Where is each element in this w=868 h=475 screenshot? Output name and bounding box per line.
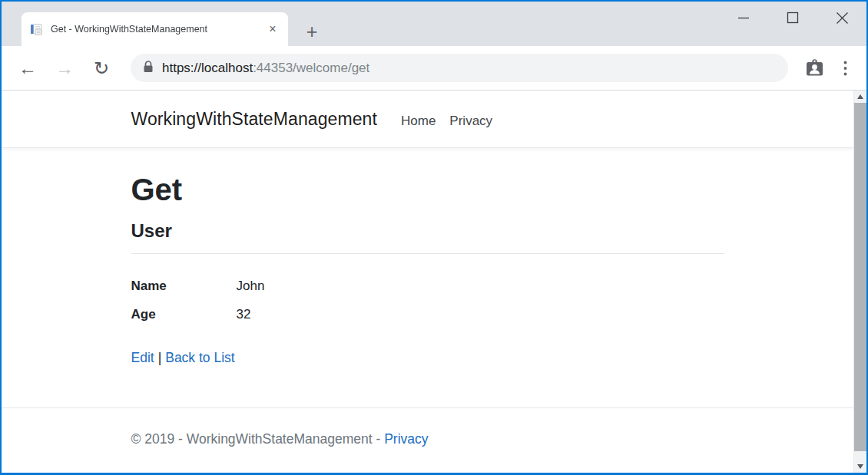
tab-close-icon[interactable]: × — [265, 21, 280, 37]
nav-link-home[interactable]: Home — [394, 114, 442, 129]
main-content: Get User Name John Age 32 Edit|Back to L… — [2, 148, 853, 407]
link-separator: | — [158, 350, 162, 365]
page-title: Get — [131, 171, 724, 208]
close-window-button[interactable] — [817, 2, 866, 34]
close-icon — [836, 12, 849, 25]
footer-privacy-link[interactable]: Privacy — [384, 431, 428, 447]
profile-button[interactable] — [797, 53, 831, 84]
field-value: John — [237, 279, 265, 294]
menu-button[interactable] — [831, 53, 859, 84]
web-page: WorkingWithStateManagement Home Privacy … — [2, 91, 853, 473]
reload-icon[interactable]: ↻ — [87, 54, 116, 83]
tab-title: Get - WorkingWithStateManagement — [51, 24, 265, 35]
maximize-icon — [787, 12, 799, 24]
url-host: https://localhost — [162, 61, 253, 75]
section-title: User — [131, 220, 724, 242]
footer-text: © 2019 - WorkingWithStateManagement - — [131, 431, 381, 447]
back-icon[interactable]: ← — [13, 54, 42, 83]
scrollbar-thumb[interactable] — [854, 103, 866, 451]
url-text: https://localhost:44353/welcome/get — [162, 61, 369, 76]
arrow-down-icon — [857, 464, 863, 469]
back-to-list-link[interactable]: Back to List — [165, 350, 234, 365]
url-path: :44353/welcome/get — [253, 61, 369, 75]
navbar-brand-link[interactable]: WorkingWithStateManagement — [131, 109, 378, 130]
minimize-icon — [737, 12, 750, 24]
scroll-up-button[interactable] — [854, 91, 866, 103]
browser-window: Get - WorkingWithStateManagement × + — [2, 2, 866, 473]
lock-icon[interactable] — [143, 61, 154, 76]
new-tab-button[interactable]: + — [300, 20, 323, 43]
profile-badge-icon — [804, 58, 825, 78]
site-navbar: WorkingWithStateManagement Home Privacy — [2, 91, 853, 148]
field-row-name: Name John — [131, 279, 724, 294]
action-links: Edit|Back to List — [131, 350, 724, 366]
field-label: Name — [131, 279, 237, 294]
edit-link[interactable]: Edit — [131, 350, 154, 365]
divider — [131, 253, 724, 254]
tab-strip: Get - WorkingWithStateManagement × + — [2, 2, 866, 46]
navbar-links: Home Privacy — [394, 114, 499, 129]
field-label: Age — [131, 307, 237, 322]
site-footer: © 2019 - WorkingWithStateManagement - Pr… — [2, 407, 853, 473]
vertical-scrollbar — [853, 91, 866, 473]
forward-icon: → — [50, 54, 79, 83]
scrollbar-track[interactable] — [854, 103, 866, 460]
scroll-down-button[interactable] — [854, 460, 866, 473]
nav-link-privacy[interactable]: Privacy — [442, 114, 499, 129]
minimize-button[interactable] — [719, 2, 768, 34]
field-row-age: Age 32 — [131, 307, 724, 322]
maximize-button[interactable] — [768, 2, 817, 34]
browser-toolbar: ← → ↻ https://localhost:44353/welcome/ge… — [2, 46, 866, 91]
window-controls — [719, 2, 866, 34]
address-bar[interactable]: https://localhost:44353/welcome/get — [131, 54, 788, 82]
browser-tab[interactable]: Get - WorkingWithStateManagement × — [22, 12, 288, 46]
page-favicon-icon — [30, 23, 43, 36]
page-viewport: WorkingWithStateManagement Home Privacy … — [2, 91, 866, 473]
kebab-menu-icon — [843, 61, 847, 76]
arrow-up-icon — [857, 94, 863, 99]
field-value: 32 — [237, 307, 251, 322]
